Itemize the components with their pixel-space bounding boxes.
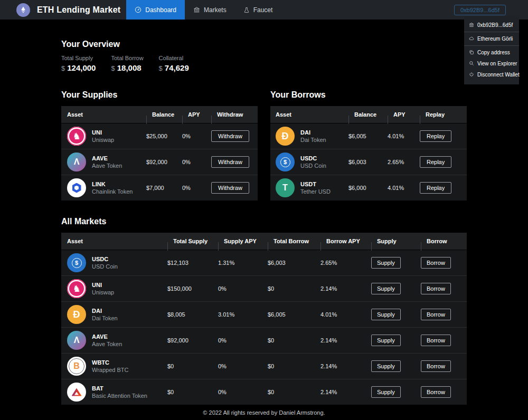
- column-header: Borrow APY: [320, 238, 371, 244]
- menu-item-label: View on Explorer: [477, 61, 517, 66]
- menu-item-view-explorer[interactable]: View on Explorer: [464, 58, 519, 69]
- menu-item-label: Ethereum Görli: [477, 36, 513, 42]
- asset-symbol: AAVE: [92, 333, 122, 340]
- table-row: ♞ UNIUniswap $150,000 0% $0 2.14% Supply…: [61, 275, 467, 301]
- menu-item-network[interactable]: Ethereum Görli: [464, 33, 519, 44]
- search-icon: [469, 61, 474, 67]
- tab-label: Markets: [204, 6, 227, 14]
- column-header: Total Supply: [167, 238, 218, 244]
- menu-item-label: 0xb92B9...6d5f: [477, 22, 513, 28]
- balance-value: $6,003: [348, 159, 388, 165]
- menu-item-copy-address[interactable]: Copy address: [464, 47, 519, 58]
- nav-tabs: Dashboard Markets Faucet: [126, 0, 281, 20]
- table-row: B WBTCWrapped BTC $0 0% $0 2.14% Supply …: [61, 353, 467, 379]
- menu-item-label: Disconnect Wallet: [477, 72, 520, 78]
- supply-apy-value: 3.01%: [218, 311, 268, 318]
- repay-button[interactable]: Replay: [420, 130, 451, 142]
- your-supplies-section: Your Supplies Asset Balance APY Withdraw…: [61, 90, 258, 201]
- supply-apy-value: 0%: [218, 363, 268, 369]
- usdc-token-icon: $: [67, 253, 86, 272]
- total-borrow-value: $0: [268, 285, 320, 292]
- total-supply-value: $12,103: [167, 260, 218, 266]
- dai-token-icon: Ð: [67, 305, 86, 324]
- dashboard-icon: [135, 6, 142, 13]
- currency-symbol: $: [111, 64, 115, 72]
- link-token-icon: [67, 178, 86, 197]
- balance-value: $25,000: [146, 133, 182, 139]
- aave-token-icon: Λ: [67, 331, 86, 350]
- total-borrow-value: $0: [268, 337, 320, 343]
- borrow-apy-value: 4.01%: [320, 311, 371, 318]
- asset-symbol: USDC: [92, 256, 118, 262]
- asset-symbol: DAI: [300, 129, 326, 136]
- asset-name: Wrapped BTC: [92, 367, 129, 373]
- supply-button[interactable]: Supply: [371, 257, 401, 269]
- cloud-icon: [469, 36, 474, 42]
- overview-title: Your Overview: [61, 20, 467, 49]
- borrow-button[interactable]: Borrow: [421, 386, 451, 398]
- borrow-button[interactable]: Borrow: [421, 360, 451, 372]
- asset-name: Dai Token: [92, 315, 118, 321]
- flask-icon: [243, 7, 250, 13]
- balance-value: $7,000: [146, 185, 182, 191]
- apy-value: 0%: [182, 185, 211, 191]
- tab-faucet[interactable]: Faucet: [235, 0, 281, 20]
- column-header: APY: [388, 111, 420, 118]
- apy-value: 0%: [182, 133, 211, 139]
- supply-button[interactable]: Supply: [371, 386, 401, 398]
- borrow-button[interactable]: Borrow: [421, 257, 451, 269]
- column-header: Borrow: [421, 238, 467, 244]
- withdraw-button[interactable]: Withdraw: [211, 130, 249, 142]
- withdraw-button[interactable]: Withdraw: [211, 182, 249, 194]
- table-row: Ð DAIDai Token $6,005 4.01% Replay: [270, 123, 467, 149]
- asset-name: Chainlink Token: [92, 188, 133, 195]
- borrow-button[interactable]: Borrow: [421, 335, 451, 346]
- supply-button[interactable]: Supply: [371, 309, 401, 320]
- supply-button[interactable]: Supply: [371, 283, 401, 294]
- table-row: Λ AAVEAave Token $92,000 0% Withdraw: [61, 149, 258, 175]
- uni-token-icon: ♞: [67, 279, 86, 298]
- dai-token-icon: Ð: [276, 127, 295, 146]
- supply-apy-value: 0%: [218, 337, 268, 343]
- repay-button[interactable]: Replay: [420, 156, 451, 168]
- asset-symbol: DAI: [92, 308, 118, 314]
- supply-apy-value: 1.31%: [218, 260, 268, 266]
- tab-markets[interactable]: Markets: [185, 0, 235, 20]
- stat-label: Total Borrow: [111, 55, 143, 61]
- currency-symbol: $: [61, 64, 65, 72]
- column-header: Balance: [348, 111, 388, 118]
- column-header: Total Borrow: [268, 238, 320, 244]
- stat-total-supply: Total Supply $124,000: [61, 55, 96, 72]
- repay-button[interactable]: Replay: [420, 182, 451, 194]
- withdraw-button[interactable]: Withdraw: [211, 156, 249, 168]
- currency-symbol: $: [159, 64, 163, 72]
- borrow-button[interactable]: Borrow: [421, 283, 451, 294]
- total-supply-value: $8,005: [167, 311, 218, 318]
- apy-value: 4.01%: [388, 185, 420, 191]
- asset-symbol: USDT: [300, 181, 331, 187]
- menu-item-disconnect-wallet[interactable]: Disconnect Wallet: [464, 69, 519, 80]
- your-borrows-section: Your Borrows Asset Balance APY Replay Ð …: [270, 90, 467, 201]
- borrows-title: Your Borrows: [270, 90, 467, 100]
- total-supply-value: $0: [167, 389, 218, 395]
- wallet-dropdown-menu: 0xb92B9...6d5f Ethereum Görli Copy addre…: [464, 16, 519, 84]
- borrow-button[interactable]: Borrow: [421, 309, 451, 320]
- total-borrow-value: $6,005: [268, 311, 320, 318]
- supply-apy-value: 0%: [218, 285, 268, 292]
- app-title: ETH Lending Market: [37, 5, 120, 15]
- column-header: Withdraw: [211, 111, 258, 118]
- tab-dashboard[interactable]: Dashboard: [126, 0, 185, 20]
- menu-item-wallet-address[interactable]: 0xb92B9...6d5f: [464, 20, 519, 31]
- supply-button[interactable]: Supply: [371, 335, 401, 346]
- supplies-table-header: Asset Balance APY Withdraw: [61, 106, 258, 123]
- usdt-token-icon: T: [276, 178, 295, 197]
- wallet-address-button[interactable]: 0xb92B9...6d5f: [454, 5, 506, 15]
- supply-button[interactable]: Supply: [371, 360, 401, 372]
- total-supply-value: $92,000: [167, 337, 218, 343]
- column-header: Asset: [67, 111, 146, 118]
- menu-divider: [464, 45, 519, 46]
- balance-value: $92,000: [146, 159, 182, 165]
- markets-table-header: Asset Total Supply Supply APY Total Borr…: [61, 233, 467, 250]
- bank-icon: [193, 6, 200, 13]
- table-row: BATBasic Attention Token $0 0% $0 2.14% …: [61, 379, 467, 405]
